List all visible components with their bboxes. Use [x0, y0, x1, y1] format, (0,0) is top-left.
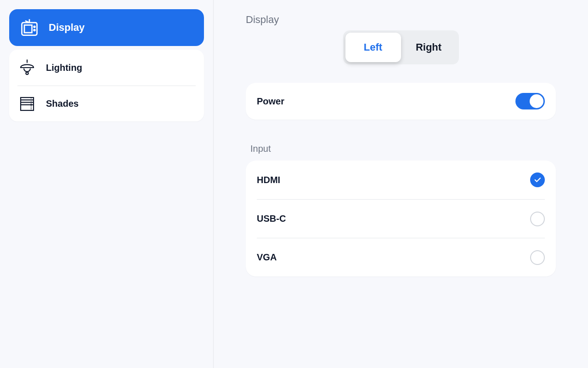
lamp-icon: [17, 58, 37, 77]
input-option-usbc[interactable]: USB-C: [257, 199, 545, 238]
power-card: Power: [246, 83, 556, 120]
svg-point-5: [34, 29, 35, 31]
svg-rect-3: [24, 25, 32, 33]
input-option-label: USB-C: [257, 213, 286, 224]
shades-icon: [17, 94, 37, 114]
radio-usbc[interactable]: [530, 212, 545, 226]
tab-right[interactable]: Right: [401, 33, 457, 62]
radio-vga[interactable]: [530, 250, 545, 265]
input-section-title: Input: [250, 144, 556, 154]
tv-icon: [19, 17, 40, 38]
sidebar: Display Lighting: [0, 0, 214, 368]
sidebar-item-lighting[interactable]: Lighting: [17, 50, 196, 86]
radio-hdmi[interactable]: [530, 172, 545, 187]
sidebar-item-label: Lighting: [46, 63, 82, 73]
input-option-label: VGA: [257, 252, 277, 263]
power-label: Power: [257, 96, 284, 107]
check-icon: [533, 176, 542, 184]
input-option-vga[interactable]: VGA: [257, 238, 545, 276]
display-side-segmented: Left Right: [343, 30, 459, 64]
sidebar-item-shades[interactable]: Shades: [17, 86, 196, 121]
svg-point-7: [26, 72, 28, 75]
toggle-knob: [530, 94, 543, 108]
power-toggle[interactable]: [515, 93, 545, 109]
sidebar-list: Lighting Shades: [9, 50, 204, 121]
input-list: HDMI USB-C VGA: [246, 161, 556, 276]
input-option-label: HDMI: [257, 175, 280, 185]
sidebar-item-label: Display: [49, 22, 85, 34]
main-panel: Display Left Right Power Input HDMI USB-…: [214, 0, 588, 368]
input-option-hdmi[interactable]: HDMI: [257, 161, 545, 199]
svg-point-4: [34, 26, 35, 28]
sidebar-item-display[interactable]: Display: [9, 9, 204, 46]
tab-left[interactable]: Left: [345, 33, 401, 62]
sidebar-item-label: Shades: [46, 98, 79, 109]
page-title: Display: [246, 14, 556, 26]
